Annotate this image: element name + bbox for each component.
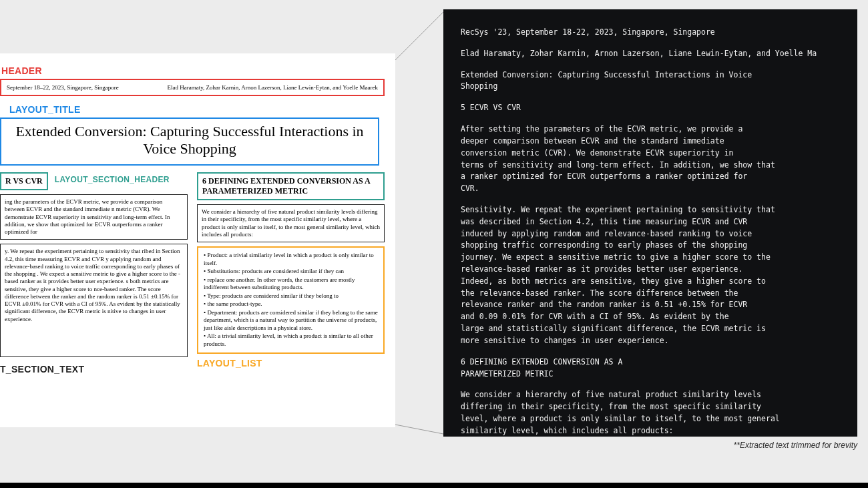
list-item: • Type: products are considered similar … [204, 292, 378, 300]
section-intro-right: We consider a hierarchy of five natural … [197, 204, 385, 242]
extracted-line: Sensitivity. We repeat the experiment pe… [461, 204, 840, 347]
list-item: • replace one another. In other words, t… [204, 276, 378, 292]
extracted-line: Elad Haramaty, Zohar Karnin, Arnon Lazer… [461, 48, 840, 60]
list-item: • Product: a trivial similarity level in… [204, 252, 378, 267]
label-section-header: LAYOUT_SECTION_HEADER [55, 175, 170, 184]
label-section-text: T_SECTION_TEXT [0, 364, 188, 375]
svg-line-0 [395, 12, 443, 60]
header-left: September 18–22, 2023, Singapore, Singap… [7, 84, 119, 91]
list-item: • the same product-type. [204, 300, 378, 308]
extracted-line: Extended Conversion: Capturing Successfu… [461, 69, 840, 93]
section-header-left: R VS CVR [0, 172, 48, 190]
extracted-text-panel: RecSys '23, September 18-22, 2023, Singa… [443, 9, 857, 437]
caption: **Extracted text trimmed for brevity [443, 441, 857, 450]
layout-list-box: • Product: a trivial similarity level in… [197, 246, 385, 354]
annotated-page: HEADER September 18–22, 2023, Singapore,… [0, 53, 395, 427]
header-right: Elad Haramaty, Zohar Karnin, Arnon Lazer… [167, 84, 378, 91]
right-column: 6 DEFINING EXTENDED CONVERSION AS A PARA… [197, 172, 385, 375]
bottom-strip [0, 483, 868, 488]
left-column: R VS CVR LAYOUT_SECTION_HEADER ing the p… [0, 172, 188, 375]
extracted-line: RecSys '23, September 18-22, 2023, Singa… [461, 27, 840, 39]
extracted-line: We consider a hierarchy of five natural … [461, 389, 840, 437]
extracted-line: 5 ECVR VS CVR [461, 102, 840, 114]
label-header: HEADER [1, 65, 385, 76]
svg-line-1 [395, 425, 443, 434]
list-item: • Department: products are considered si… [204, 309, 378, 332]
section-text-2: y. We repeat the experiment pertaining t… [0, 244, 188, 357]
section-header-right: 6 DEFINING EXTENDED CONVERSION AS A PARA… [197, 172, 385, 200]
list-item: • All: a trivial similarity level, in wh… [204, 332, 378, 348]
label-layout-list: LAYOUT_LIST [197, 358, 385, 369]
section-text-1: ing the parameters of the ECVR metric, w… [0, 194, 188, 240]
list-item: • Substitutions: products are considered… [204, 268, 378, 276]
title-box: Extended Conversion: Capturing Successfu… [0, 117, 379, 166]
extracted-line: After setting the parameters of the ECVR… [461, 124, 840, 195]
extracted-line: 6 DEFINING EXTENDED CONVERSION AS A PARA… [461, 356, 840, 381]
header-box: September 18–22, 2023, Singapore, Singap… [0, 79, 385, 96]
label-layout-title: LAYOUT_TITLE [9, 104, 385, 115]
